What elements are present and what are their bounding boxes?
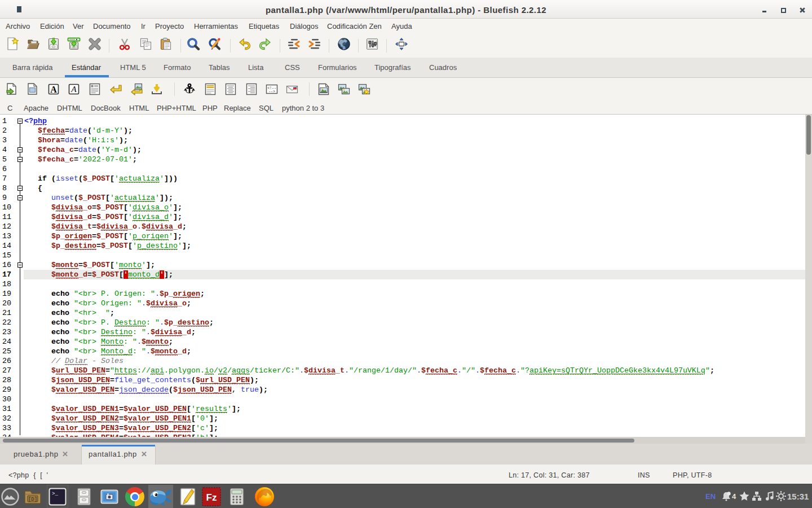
svg-text:A: A [50, 85, 57, 94]
svg-text:Fz: Fz [206, 492, 217, 503]
svg-text:-->: --> [268, 90, 275, 94]
svg-text:[D]: [D] [28, 497, 37, 502]
svg-text:A: A [70, 84, 77, 94]
